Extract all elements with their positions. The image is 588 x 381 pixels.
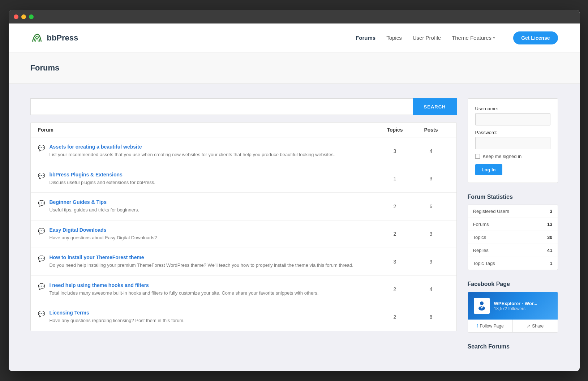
nav-user-profile[interactable]: User Profile [413,35,441,41]
maximize-button[interactable] [29,14,34,19]
right-panel: Username: Password: Keep me signed in Lo… [468,98,558,350]
header-posts: Posts [413,127,449,133]
keep-signed-label: Keep me signed in [483,154,522,159]
forum-posts-count: 8 [413,314,449,320]
forum-name-link[interactable]: bbPress Plugins & Extensions [50,172,155,177]
forum-topics-count: 1 [377,176,413,181]
stats-value: 13 [547,222,552,227]
stats-row: Forums 13 [468,218,558,231]
search-forums-title: Search Forums [468,343,558,350]
nav-forums[interactable]: Forums [356,35,375,41]
nav-links: Forums Topics User Profile Theme Feature… [356,31,558,44]
search-bar: SEARCH [30,98,457,115]
stats-section: Forum Statistics Registered Users 3 Foru… [468,194,558,270]
logo-area: bbPress [30,31,356,44]
minimize-button[interactable] [21,14,26,19]
stats-label: Forums [473,222,489,227]
forum-chat-icon: 💬 [38,200,45,207]
forum-content: Beginner Guides & Tips Useful tips, guid… [50,199,140,214]
nav-theme-features[interactable]: Theme Features ▾ [452,35,495,41]
forum-posts-count: 4 [413,148,449,154]
facebook-actions: f Follow Page ↗ Share [468,320,558,332]
logo-text: bbPress [47,33,78,43]
table-row: 💬 bbPress Plugins & Extensions Discuss u… [31,165,456,193]
forum-info: 💬 How to install your ThemeForest theme … [38,254,377,269]
page-header: Forums [9,52,580,84]
stats-value: 1 [550,261,552,266]
forum-desc: Total includes many awesome built-in hoo… [50,290,319,296]
stats-value: 41 [547,248,552,253]
facebook-page-name: WPExplorer - Wor... [494,301,537,306]
keep-signed-row: Keep me signed in [475,154,550,159]
stats-title: Forum Statistics [468,194,558,200]
login-button[interactable]: Log In [475,164,502,175]
facebook-banner: WPExplorer - Wor... 18,572 followers [468,292,558,320]
forum-info: 💬 Licensing Terms Have any questions reg… [38,310,377,324]
facebook-share-button[interactable]: ↗ Share [513,320,558,332]
facebook-avatar [474,298,490,314]
header-forum: Forum [38,127,377,133]
left-panel: SEARCH Forum Topics Posts 💬 Assets for c… [30,98,457,331]
table-row: 💬 Beginner Guides & Tips Useful tips, gu… [31,193,456,221]
forum-name-link[interactable]: I need help using theme hooks and filter… [50,282,319,288]
forum-content: How to install your ThemeForest theme Do… [50,254,353,269]
forum-desc: Have any questions about Easy Digital Do… [50,235,157,240]
forum-desc: Do you need help installing your premium… [50,262,353,268]
forum-topics-count: 2 [377,314,413,320]
forum-desc: Discuss useful plugins and extensions fo… [50,180,155,185]
forum-name-link[interactable]: Easy Digital Downloads [50,227,157,233]
facebook-section: Facebook Page WPExplorer - Wo [468,281,558,333]
forum-info: 💬 bbPress Plugins & Extensions Discuss u… [38,172,377,186]
facebook-info: WPExplorer - Wor... 18,572 followers [494,301,537,311]
forum-name-link[interactable]: Assets for creating a beautiful website [50,144,335,150]
nav-topics[interactable]: Topics [386,35,402,41]
forum-content: Assets for creating a beautiful website … [50,144,335,158]
forum-desc: List your recommended assets that you us… [50,152,335,157]
close-button[interactable] [14,14,18,19]
stats-table: Registered Users 3 Forums 13 Topics 30 R… [468,205,558,270]
password-input[interactable] [475,137,550,149]
forum-content: Licensing Terms Have any questions regar… [50,310,185,324]
main-content: SEARCH Forum Topics Posts 💬 Assets for c… [9,84,580,364]
forum-content: I need help using theme hooks and filter… [50,282,319,297]
follow-label: Follow Page [480,324,504,329]
forum-posts-count: 6 [413,204,449,209]
share-label: Share [532,324,544,329]
search-input[interactable] [30,98,413,115]
forum-chat-icon: 💬 [38,172,45,179]
stats-label: Replies [473,248,489,253]
username-input[interactable] [475,113,550,125]
forum-topics-count: 3 [377,259,413,265]
forum-table-header: Forum Topics Posts [31,123,456,137]
navbar: bbPress Forums Topics User Profile Theme… [9,23,580,52]
facebook-follow-button[interactable]: f Follow Page [468,320,513,332]
svg-point-0 [480,301,484,305]
forum-desc: Have any questions regarding licensing? … [50,318,185,323]
forum-name-link[interactable]: Licensing Terms [50,310,185,316]
forum-table: Forum Topics Posts 💬 Assets for creating… [30,122,457,331]
table-row: 💬 Easy Digital Downloads Have any questi… [31,221,456,248]
forum-posts-count: 9 [413,259,449,265]
forum-name-link[interactable]: How to install your ThemeForest theme [50,254,353,260]
stats-row: Topics 30 [468,231,558,244]
forum-info: 💬 Assets for creating a beautiful websit… [38,144,377,158]
share-icon: ↗ [527,324,530,329]
facebook-followers: 18,572 followers [494,306,537,311]
forum-info: 💬 Beginner Guides & Tips Useful tips, gu… [38,199,377,214]
chevron-down-icon: ▾ [493,35,495,40]
header-topics: Topics [377,127,413,133]
username-label: Username: [475,106,550,111]
keep-signed-checkbox[interactable] [475,154,480,159]
forum-chat-icon: 💬 [38,311,45,317]
forum-topics-count: 2 [377,231,413,237]
search-button[interactable]: SEARCH [413,98,457,115]
page-title: Forums [30,63,558,73]
forum-name-link[interactable]: Beginner Guides & Tips [50,199,140,205]
login-box: Username: Password: Keep me signed in Lo… [468,98,558,183]
forum-content: bbPress Plugins & Extensions Discuss use… [50,172,155,186]
stats-row: Replies 41 [468,244,558,257]
forum-chat-icon: 💬 [38,283,45,290]
stats-value: 30 [547,235,552,240]
forum-content: Easy Digital Downloads Have any question… [50,227,157,241]
get-license-button[interactable]: Get License [513,31,558,44]
